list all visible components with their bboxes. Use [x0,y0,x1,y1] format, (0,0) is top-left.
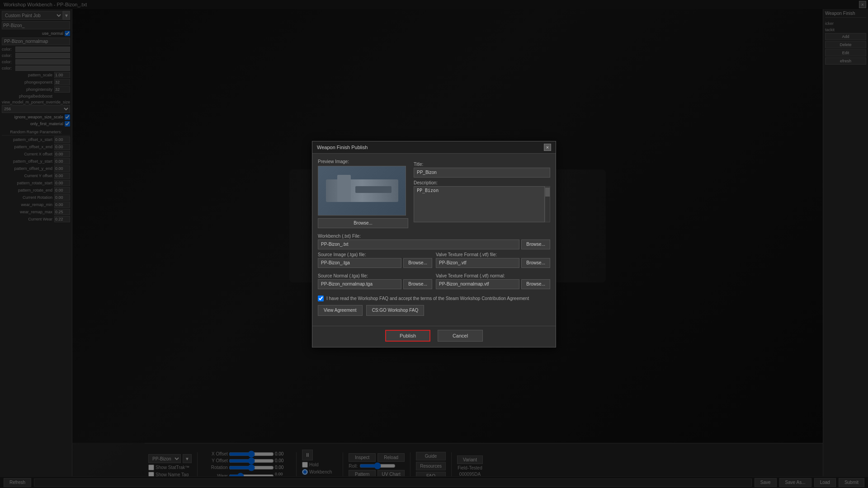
preview-browse-button[interactable]: Browse... [318,218,408,228]
scrollbar-thumb [545,188,550,197]
view-agreement-button[interactable]: View Agreement [318,305,363,316]
modal-overlay: Weapon Finish Publish × Preview Image: [0,0,868,488]
vtf-col: Valve Texture Format (.vtf) file: Browse… [436,252,550,271]
modal-title-bar: Weapon Finish Publish × [312,141,556,154]
cancel-button[interactable]: Cancel [438,330,483,342]
agreement-row: I have read the Workshop FAQ and accept … [318,296,550,301]
source-image-row: Browse... [318,258,432,268]
source-normal-col: Source Normal (.tga) file: Browse... [318,273,432,292]
modal-body: Preview Image: Browse... Title: D [312,154,556,326]
modal-dialog: Weapon Finish Publish × Preview Image: [312,141,556,347]
preview-label: Preview Image: [318,159,408,164]
source-normal-row: Browse... [318,279,432,289]
weapon-preview-icon [324,170,401,211]
vtf-row: Browse... [436,258,550,268]
source-image-col: Source Image (.tga) file: Browse... [318,252,432,271]
vtf-normal-input[interactable] [436,279,519,289]
agreement-checkbox[interactable] [318,296,324,301]
publish-button[interactable]: Publish [385,330,430,342]
preview-image [318,166,406,216]
files-two-col: Source Image (.tga) file: Browse... Valv… [318,252,550,271]
source-normal-label: Source Normal (.tga) file: [318,273,432,278]
vtf-browse-button[interactable]: Browse... [521,258,550,268]
description-textarea[interactable]: PP_Bizon [414,186,545,222]
source-normal-input[interactable] [318,279,401,289]
modal-top-section: Preview Image: Browse... Title: D [318,159,550,228]
vtf-label: Valve Texture Format (.vtf) file: [436,252,550,257]
vtf-normal-browse-button[interactable]: Browse... [521,279,550,289]
title-field-label: Title: [414,162,550,167]
csgo-faq-button[interactable]: CS:GO Workshop FAQ [366,305,425,316]
modal-footer: Publish Cancel [312,326,556,347]
workbench-file-row: Browse... [318,239,550,249]
vtf-normal-label: Valve Texture Format (.vtf) normal: [436,273,550,278]
workbench-file-input[interactable] [318,239,519,249]
description-row: PP_Bizon [414,186,550,222]
description-scrollbar[interactable] [545,186,550,222]
link-btn-row: View Agreement CS:GO Workshop FAQ [318,305,550,316]
info-section: Title: Description: PP_Bizon [414,159,550,228]
modal-close-button[interactable]: × [544,144,551,151]
modal-title: Weapon Finish Publish [317,145,368,150]
workbench-file-label: Workbench (.txt) File: [318,234,550,239]
source-image-browse-button[interactable]: Browse... [403,258,432,268]
agreement-text: I have read the Workshop FAQ and accept … [326,296,529,301]
vtf-normal-col: Valve Texture Format (.vtf) normal: Brow… [436,273,550,292]
workbench-browse-button[interactable]: Browse... [521,239,550,249]
source-image-input[interactable] [318,258,401,268]
normals-two-col: Source Normal (.tga) file: Browse... Val… [318,273,550,292]
source-image-label: Source Image (.tga) file: [318,252,432,257]
workbench-file-section: Workbench (.txt) File: Browse... [318,234,550,249]
source-normal-browse-button[interactable]: Browse... [403,279,432,289]
title-input[interactable] [414,168,550,178]
description-field-label: Description: [414,180,550,185]
vtf-normal-row: Browse... [436,279,550,289]
preview-section: Preview Image: Browse... [318,159,408,228]
vtf-input[interactable] [436,258,519,268]
